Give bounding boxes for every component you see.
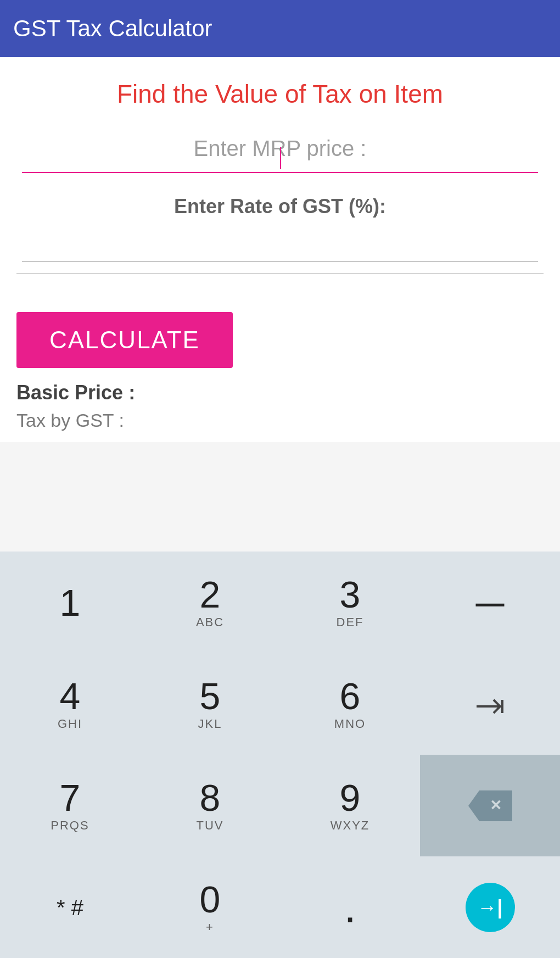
key-sub-0-1: ABC [196, 615, 224, 630]
text-cursor [280, 147, 281, 169]
find-title: Find the Value of Tax on Item [16, 79, 544, 109]
app-header: GST Tax Calculator [0, 0, 560, 57]
calc-section: CALCULATE Basic Price : Tax by GST : [0, 296, 560, 442]
keyboard-row-2: 7PRQS8TUV9WXYZ ✕ [0, 755, 560, 856]
key-8[interactable]: 8TUV [140, 755, 280, 856]
tab-key-label [474, 686, 507, 723]
app-title: GST Tax Calculator [13, 15, 212, 42]
key-main-0-0: 1 [60, 584, 81, 621]
key-main-3-1: 0 [200, 881, 221, 918]
key-⌫[interactable]: ✕ [420, 755, 560, 856]
mrp-input-container[interactable] [22, 172, 538, 173]
key-main-1-0: 4 [60, 677, 81, 715]
key-main-2-0: 7 [60, 779, 81, 816]
divider [16, 273, 544, 274]
gst-input-container[interactable] [22, 235, 538, 262]
key-→|[interactable]: →| [420, 856, 560, 958]
key-—[interactable]: — [420, 552, 560, 653]
backspace-shape: ✕ [468, 790, 512, 821]
key-3[interactable]: 3DEF [280, 552, 420, 653]
key-⇥[interactable] [420, 653, 560, 755]
key-sub-1-0: GHI [58, 717, 82, 731]
numeric-keyboard: 12ABC3DEF—4GHI5JKL6MNO 7PRQS8TUV9WXYZ ✕ … [0, 552, 560, 958]
key-main-1-2: 6 [340, 677, 361, 715]
keyboard-row-3: * #0+.→| [0, 856, 560, 958]
key-main-2-1: 8 [200, 779, 221, 816]
keyboard-row-0: 12ABC3DEF— [0, 552, 560, 653]
key-sub-2-2: WXYZ [331, 818, 370, 833]
basic-price-label: Basic Price : [16, 381, 544, 404]
key-main-0-2: 3 [340, 576, 361, 613]
enter-circle: →| [466, 883, 515, 932]
key-*-#[interactable]: * # [0, 856, 140, 958]
keyboard-row-1: 4GHI5JKL6MNO [0, 653, 560, 755]
key-main-3-2: . [344, 885, 356, 929]
key-sub-2-0: PRQS [51, 818, 89, 833]
key-5[interactable]: 5JKL [140, 653, 280, 755]
tax-label: Tax by GST : [16, 410, 544, 431]
key-sub-0-2: DEF [337, 615, 364, 630]
key-2[interactable]: 2ABC [140, 552, 280, 653]
key-7[interactable]: 7PRQS [0, 755, 140, 856]
key-main-1-1: 5 [200, 677, 221, 715]
svg-text:✕: ✕ [490, 797, 502, 814]
key-sub-2-1: TUV [197, 818, 224, 833]
key-main-0-1: 2 [200, 576, 221, 613]
key-1[interactable]: 1 [0, 552, 140, 653]
dash-key-label: — [476, 588, 505, 617]
key-0[interactable]: 0+ [140, 856, 280, 958]
key-sub-3-1: + [206, 920, 214, 934]
key-sub-1-1: JKL [198, 717, 222, 731]
key-main-2-2: 9 [340, 779, 361, 816]
key-main-3-0: * # [57, 896, 83, 918]
key-4[interactable]: 4GHI [0, 653, 140, 755]
tab-icon [474, 695, 507, 717]
key-sub-1-2: MNO [334, 717, 366, 731]
gst-label: Enter Rate of GST (%): [16, 195, 544, 218]
key-6[interactable]: 6MNO [280, 653, 420, 755]
main-content: Find the Value of Tax on Item Enter MRP … [0, 57, 560, 296]
calculate-button[interactable]: CALCULATE [16, 312, 233, 368]
enter-arrow: →| [477, 896, 502, 919]
key-.[interactable]: . [280, 856, 420, 958]
key-9[interactable]: 9WXYZ [280, 755, 420, 856]
